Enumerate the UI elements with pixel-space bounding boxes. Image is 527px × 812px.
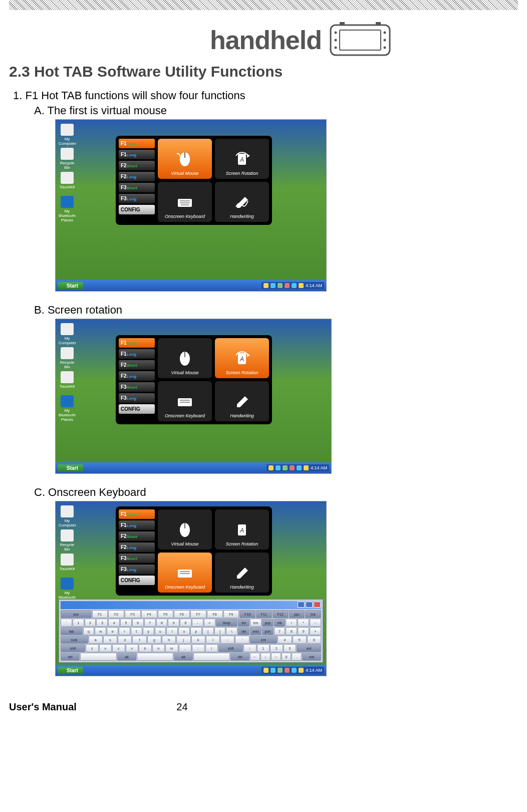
config-button: CONFIG <box>119 404 155 414</box>
system-tray: 4:14 AM <box>261 282 324 289</box>
keyboard-key: [ <box>202 627 214 635</box>
desktop-icon: My Computer <box>59 323 76 342</box>
keyboard-key: r <box>119 627 130 635</box>
svg-marker-14 <box>247 154 250 158</box>
screenshot-virtual-mouse: My Computer Recycle Bin TouchKit My Blue… <box>55 119 327 292</box>
keyboard-key: l <box>206 636 220 644</box>
keyboard-key: h <box>162 636 176 644</box>
fkey-button: F3Long <box>119 194 155 203</box>
fkey-button: F2Short <box>119 531 155 541</box>
svg-rect-1 <box>340 30 381 50</box>
keyboard-key: 8 <box>156 619 168 627</box>
header-logo-row: handheld <box>9 20 518 60</box>
keyboard-key: f <box>132 636 146 644</box>
svg-point-3 <box>335 39 337 42</box>
fkey-button: F2Long <box>119 543 155 552</box>
desktop-icon: TouchKit <box>59 172 76 191</box>
keyboard-key: 7 <box>274 627 286 635</box>
maximize-icon <box>306 602 313 608</box>
desktop-icon: My Bluetooth Places <box>59 395 76 414</box>
keyboard-key: ' <box>235 636 249 644</box>
keyboard-key: 2 <box>270 644 283 652</box>
keyboard-key: 8 <box>286 627 297 635</box>
keyboard-key: d <box>118 636 132 644</box>
keyboard-key: 6 <box>132 619 144 627</box>
keyboard-key: w <box>95 627 106 635</box>
keyboard-key: - <box>192 619 203 627</box>
onscreen-keyboard-window: escF1F2F3F4F5F6F7F8F9F10F11F12pscbrk`123… <box>59 599 323 663</box>
keyboard-key: 4 <box>278 636 292 644</box>
keyboard-key: ent <box>297 644 321 652</box>
desktop-icon: Recycle Bin <box>59 347 76 366</box>
fkey-button: F1Short <box>119 338 155 348</box>
keyboard-key: F10 <box>239 610 255 618</box>
keyboard-key: 7 <box>144 619 156 627</box>
keyboard-key: F8 <box>207 610 223 618</box>
tile-onscreen-keyboard: Onscreen Keyboard <box>158 182 212 222</box>
keyboard-key: F1 <box>92 610 108 618</box>
fkey-button: F3Long <box>119 393 155 403</box>
close-icon <box>314 602 321 608</box>
osk-titlebar <box>61 601 321 609</box>
keyboard-key: 0 <box>282 653 292 661</box>
keyboard-key: u <box>155 627 166 635</box>
keyboard-key <box>137 653 173 661</box>
keyboard-key <box>193 653 230 661</box>
svg-point-6 <box>384 39 386 42</box>
keyboard-key: hm <box>250 619 261 627</box>
tile-virtual-mouse: Virtual Mouse <box>158 509 212 550</box>
hottab-panel: F1Short F1Long F2Short F2Long F3Short F3… <box>116 506 272 596</box>
svg-rect-9 <box>376 22 381 25</box>
keyboard-key: m <box>165 644 178 652</box>
keyboard-key: 3 <box>284 644 297 652</box>
fkey-button: F3Short <box>119 183 155 192</box>
keyboard-key: F4 <box>141 610 157 618</box>
keyboard-key: ` <box>61 619 72 627</box>
list-item-a: A. The first is virtual mouse <box>34 104 518 117</box>
tile-handwriting: Handwriting <box>215 553 269 593</box>
keyboard-key: ] <box>214 627 226 635</box>
keyboard-key: 4 <box>108 619 120 627</box>
keyboard-key: → <box>271 653 281 661</box>
keyboard-key: i <box>166 627 178 635</box>
fkey-button: F1Long <box>119 349 155 359</box>
desktop-icon: TouchKit <box>59 554 76 573</box>
keyboard-key: shft <box>218 644 243 652</box>
svg-point-7 <box>384 47 386 49</box>
keyboard-key: esc <box>61 610 92 618</box>
fkey-button: F3Short <box>119 554 155 563</box>
keyboard-key: p <box>190 627 202 635</box>
keyboard-key: e <box>107 627 118 635</box>
keyboard-key: F6 <box>174 610 190 618</box>
keyboard-key: y <box>143 627 154 635</box>
keyboard-key: 6 <box>307 636 321 644</box>
keyboard-key: s <box>103 636 117 644</box>
keyboard-key: a <box>89 636 103 644</box>
keyboard-key: 9 <box>168 619 179 627</box>
config-button: CONFIG <box>119 576 155 585</box>
fkey-button: F2Short <box>119 161 155 170</box>
keyboard-key: 1 <box>73 619 84 627</box>
fkey-button: F3Long <box>119 565 155 574</box>
svg-text:A: A <box>239 356 244 363</box>
tile-handwriting: Handwriting <box>215 182 269 222</box>
keyboard-key: + <box>310 627 321 635</box>
fkey-button: F1Short <box>119 509 155 519</box>
fkey-button: F2Long <box>119 172 155 181</box>
keyboard-key: F9 <box>223 610 239 618</box>
screenshot-onscreen-keyboard: My Computer Recycle Bin TouchKit My Blue… <box>55 501 327 676</box>
keyboard-key <box>80 653 117 661</box>
desktop-icon: Recycle Bin <box>59 148 76 167</box>
start-button: Start <box>58 667 83 674</box>
keyboard-key: j <box>176 636 190 644</box>
brand-logo-text: handheld <box>210 25 322 55</box>
keyboard-key: 0 <box>180 619 191 627</box>
fkey-button: F3Short <box>119 382 155 392</box>
svg-marker-23 <box>247 353 250 357</box>
svg-point-5 <box>384 32 386 34</box>
list-item-c: C. Onscreen Keyboard <box>34 486 518 499</box>
svg-point-4 <box>335 47 337 49</box>
desktop-icon: My Bluetooth Places <box>59 578 76 597</box>
system-tray: 4:14 AM <box>261 667 324 674</box>
tile-virtual-mouse: Virtual Mouse <box>158 139 212 179</box>
